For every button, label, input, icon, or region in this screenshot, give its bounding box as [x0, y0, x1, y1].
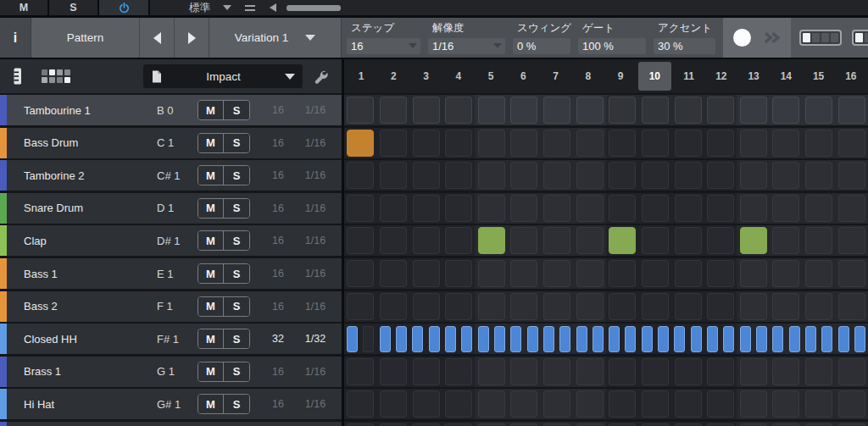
step-cell-brass-1-1[interactable]	[347, 358, 374, 385]
step-cell-snare-drum-9[interactable]	[609, 195, 636, 222]
step-cell-brass-1-7[interactable]	[543, 358, 570, 385]
step-cell-closed-hh-28[interactable]	[789, 326, 800, 352]
step-cell-bass-drum-10[interactable]	[642, 130, 669, 157]
step-cell-bass-1-4[interactable]	[445, 260, 472, 287]
step-cell-hi-hat-12[interactable]	[707, 390, 734, 418]
step-cell-bass-1-16[interactable]	[838, 260, 865, 287]
step-cell-tamborine-2-1[interactable]	[347, 162, 374, 189]
track-resolution[interactable]: 1/16	[294, 104, 337, 116]
step-cell-hi-hat-4[interactable]	[445, 390, 472, 418]
step-column-5[interactable]: 5	[475, 59, 507, 93]
mute-button[interactable]: M	[198, 297, 224, 316]
step-cell-closed-hh-7[interactable]	[445, 326, 456, 352]
step-cell-bass-1-3[interactable]	[413, 260, 440, 287]
track-step-count[interactable]: 16	[262, 235, 294, 246]
param-value-field[interactable]: 16	[347, 38, 420, 54]
channel-solo-button[interactable]: S	[49, 0, 97, 15]
keyboard-view-icon[interactable]	[12, 67, 23, 86]
step-cell-bass-2-8[interactable]	[576, 293, 604, 320]
preset-dropdown-arrow-icon[interactable]	[223, 5, 231, 10]
step-cell-hi-hat-15[interactable]	[805, 390, 832, 418]
step-cell-clap-2[interactable]	[380, 227, 407, 254]
step-cell-brass-1-5[interactable]	[478, 358, 505, 385]
solo-button[interactable]: S	[224, 395, 249, 413]
step-cell-closed-hh-29[interactable]	[805, 326, 816, 352]
step-cell-bass-drum-11[interactable]	[675, 130, 702, 157]
mute-button[interactable]: M	[198, 199, 224, 218]
track-resolution[interactable]: 1/32	[294, 333, 337, 345]
step-cell-clap-12[interactable]	[707, 227, 734, 254]
solo-button[interactable]: S	[224, 297, 249, 316]
step-cell-closed-hh-12[interactable]	[527, 326, 538, 352]
step-cell-hi-hat-5[interactable]	[478, 390, 505, 418]
step-cell-closed-hh-10[interactable]	[494, 326, 505, 352]
step-cell-snare-drum-15[interactable]	[805, 195, 832, 222]
step-column-15[interactable]: 15	[803, 59, 835, 93]
step-cell-hi-hat-10[interactable]	[642, 390, 669, 418]
step-cell-snare-drum-16[interactable]	[838, 195, 865, 222]
step-cell-closed-hh-14[interactable]	[559, 326, 570, 352]
track-step-count[interactable]: 32	[262, 333, 294, 345]
step-cell-closed-hh-27[interactable]	[772, 326, 783, 352]
step-cell-clap-5[interactable]	[478, 227, 505, 254]
step-cell-bass-2-13[interactable]	[740, 293, 767, 320]
solo-button[interactable]: S	[224, 199, 249, 218]
step-cell-tamborine-2-7[interactable]	[543, 162, 570, 189]
track-resolution[interactable]: 1/16	[294, 235, 337, 246]
track-row-closed-hh[interactable]: Closed HHF# 1MS321/32	[0, 324, 342, 354]
channel-mute-button[interactable]: M	[0, 0, 47, 15]
step-cell-closed-hh-19[interactable]	[642, 326, 653, 352]
variation-selector[interactable]: Variation 1	[209, 18, 342, 58]
solo-button[interactable]: S	[224, 134, 249, 152]
step-cell-brass-1-2[interactable]	[380, 358, 407, 385]
step-cell-brass-1-12[interactable]	[707, 358, 734, 385]
step-cell-closed-hh-32[interactable]	[854, 326, 865, 352]
step-cell-clap-4[interactable]	[445, 227, 472, 254]
step-cell-clap-11[interactable]	[675, 227, 702, 254]
step-cell-bass-1-1[interactable]	[347, 260, 374, 287]
step-cell-bass-1-14[interactable]	[772, 260, 799, 287]
track-step-count[interactable]: 16	[262, 301, 294, 313]
step-cell-hi-hat-7[interactable]	[543, 390, 570, 418]
track-row-hi-hat[interactable]: Hi HatG# 1MS161/16	[0, 389, 342, 419]
step-column-14[interactable]: 14	[770, 59, 802, 93]
step-cell-bass-2-1[interactable]	[347, 293, 374, 320]
step-column-1[interactable]: 1	[345, 59, 377, 93]
step-cell-clap-16[interactable]	[838, 227, 865, 254]
step-cell-clap-1[interactable]	[347, 227, 374, 254]
step-cell-bass-drum-12[interactable]	[707, 130, 734, 157]
track-row-bass-drum[interactable]: Bass DrumC 1MS161/16	[0, 128, 342, 158]
step-cell-bass-drum-8[interactable]	[576, 130, 604, 157]
track-resolution[interactable]: 1/16	[294, 366, 337, 378]
track-step-count[interactable]: 16	[262, 398, 294, 410]
step-cell-bass-1-5[interactable]	[478, 260, 505, 287]
step-cell-tamborine-2-4[interactable]	[445, 162, 472, 189]
step-cell-bass-drum-3[interactable]	[413, 130, 440, 157]
step-cell-snare-drum-13[interactable]	[740, 195, 767, 222]
step-column-8[interactable]: 8	[572, 59, 604, 93]
step-cell-hi-hat-2[interactable]	[380, 390, 407, 418]
track-step-count[interactable]: 16	[262, 137, 294, 149]
step-cell-brass-1-11[interactable]	[675, 358, 702, 385]
step-cell-bass-drum-5[interactable]	[478, 130, 505, 157]
param-value-field[interactable]: 1/16	[428, 38, 505, 54]
step-cell-snare-drum-7[interactable]	[543, 195, 570, 222]
step-cell-tamborine-2-13[interactable]	[740, 162, 767, 189]
param-value-field[interactable]: 30 %	[654, 38, 715, 54]
step-column-9[interactable]: 9	[604, 59, 637, 93]
step-cell-hi-hat-13[interactable]	[740, 390, 767, 418]
step-cell-closed-hh-1[interactable]	[347, 326, 358, 352]
step-cell-closed-hh-16[interactable]	[593, 326, 604, 352]
record-button[interactable]	[733, 29, 751, 47]
step-cell-snare-drum-3[interactable]	[413, 195, 440, 222]
step-cell-hi-hat-14[interactable]	[772, 390, 799, 418]
solo-button[interactable]: S	[224, 166, 249, 185]
step-cell-snare-drum-14[interactable]	[772, 195, 799, 222]
fast-forward-icon[interactable]	[763, 31, 782, 44]
step-cell-tamborine-2-14[interactable]	[772, 162, 799, 189]
step-cell-bass-drum-15[interactable]	[805, 130, 832, 157]
step-cell-brass-1-3[interactable]	[413, 358, 440, 385]
step-cell-closed-hh-3[interactable]	[380, 326, 391, 352]
step-cell-tambourine-1-6[interactable]	[510, 97, 537, 124]
step-cell-hi-hat-11[interactable]	[675, 390, 702, 418]
